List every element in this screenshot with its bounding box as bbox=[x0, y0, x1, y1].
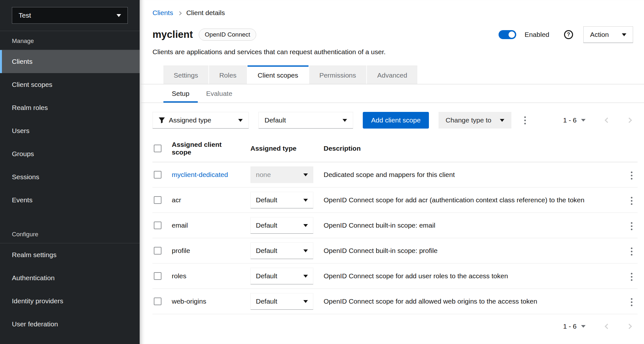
realm-selector[interactable]: Test bbox=[12, 7, 128, 24]
assigned-type-value: Default bbox=[256, 298, 277, 305]
sidebar: Test ManageClientsClient scopesRealm rol… bbox=[0, 0, 140, 344]
client-scopes-table: Assigned client scope Assigned type Desc… bbox=[152, 135, 638, 314]
row-kebab-button[interactable] bbox=[628, 244, 636, 259]
nav-section-label: Manage bbox=[0, 31, 140, 50]
select-all-checkbox[interactable] bbox=[154, 145, 161, 152]
assigned-type-dropdown[interactable]: Default bbox=[250, 293, 313, 310]
scope-description: OpenID Connect built-in scope: email bbox=[324, 222, 435, 229]
table-header-row: Assigned client scope Assigned type Desc… bbox=[152, 135, 638, 162]
assigned-type-dropdown[interactable]: Default bbox=[250, 242, 313, 259]
filter-value-dropdown[interactable]: Default bbox=[258, 112, 353, 129]
row-checkbox[interactable] bbox=[154, 247, 161, 255]
table-row: myclient-dedicatednoneDedicated scope an… bbox=[152, 162, 638, 188]
sidebar-item-events[interactable]: Events bbox=[0, 189, 140, 212]
table-row: profileDefaultOpenID Connect built-in sc… bbox=[152, 238, 638, 264]
breadcrumb-link-clients[interactable]: Clients bbox=[152, 9, 173, 17]
row-kebab-button[interactable] bbox=[628, 295, 636, 309]
sidebar-item-identity-providers[interactable]: Identity providers bbox=[0, 289, 140, 313]
sidebar-item-sessions[interactable]: Sessions bbox=[0, 165, 140, 189]
scope-description: Dedicated scope and mappers for this cli… bbox=[324, 171, 455, 178]
sidebar-item-clients[interactable]: Clients bbox=[0, 50, 140, 73]
tab-roles[interactable]: Roles bbox=[209, 65, 247, 84]
pagination-range: 1 - 6 bbox=[563, 116, 577, 124]
sidebar-item-label: Events bbox=[12, 196, 32, 204]
sidebar-item-groups[interactable]: Groups bbox=[0, 142, 140, 165]
tab-settings[interactable]: Settings bbox=[163, 65, 208, 84]
caret-down-icon bbox=[622, 33, 626, 36]
action-dropdown[interactable]: Action bbox=[583, 26, 633, 43]
angle-right-icon bbox=[627, 118, 632, 123]
sidebar-item-realm-roles[interactable]: Realm roles bbox=[0, 96, 140, 119]
sidebar-item-realm-settings[interactable]: Realm settings bbox=[0, 243, 140, 266]
caret-down-icon bbox=[303, 275, 308, 278]
column-header-assigned-client-scope: Assigned client scope bbox=[167, 135, 245, 162]
page-description: Clients are applications and services th… bbox=[152, 48, 638, 56]
caret-down-icon bbox=[500, 119, 504, 122]
pagination-next-button[interactable] bbox=[625, 116, 633, 124]
pagination-bottom: 1 - 6 bbox=[152, 314, 638, 330]
assigned-type-value: Default bbox=[256, 196, 277, 204]
scope-name-link[interactable]: myclient-dedicated bbox=[172, 171, 228, 178]
sidebar-item-label: Clients bbox=[12, 58, 32, 65]
row-kebab-button[interactable] bbox=[628, 270, 636, 284]
column-header-description: Description bbox=[318, 135, 619, 162]
enabled-toggle[interactable] bbox=[499, 30, 516, 39]
sidebar-item-label: Realm settings bbox=[12, 251, 57, 259]
sidebar-item-label: Sessions bbox=[12, 173, 39, 181]
subtab-bar: SetupEvaluate bbox=[140, 84, 644, 103]
sidebar-item-label: Realm roles bbox=[12, 104, 48, 112]
table-row: web-originsDefaultOpenID Connect scope f… bbox=[152, 289, 638, 314]
nav-section-manage: ManageClientsClient scopesRealm rolesUse… bbox=[0, 31, 140, 212]
row-checkbox[interactable] bbox=[154, 171, 161, 179]
caret-down-icon bbox=[117, 14, 121, 17]
filter-type-dropdown[interactable]: Assigned type bbox=[152, 112, 249, 129]
caret-down-icon[interactable] bbox=[581, 119, 586, 122]
nav-section-label: Configure bbox=[0, 224, 140, 243]
sidebar-item-client-scopes[interactable]: Client scopes bbox=[0, 73, 140, 96]
pagination-next-button[interactable] bbox=[625, 323, 633, 330]
scope-description: OpenID Connect scope for add allowed web… bbox=[324, 298, 537, 305]
filter-type-label: Assigned type bbox=[169, 116, 238, 124]
sidebar-item-user-federation[interactable]: User federation bbox=[0, 313, 140, 336]
caret-down-icon bbox=[303, 224, 308, 227]
sidebar-item-label: Authentication bbox=[12, 274, 55, 282]
row-kebab-button[interactable] bbox=[628, 219, 636, 233]
assigned-type-value: Default bbox=[256, 272, 277, 280]
assigned-type-dropdown[interactable]: none bbox=[250, 166, 313, 183]
action-dropdown-label: Action bbox=[590, 31, 609, 38]
row-checkbox[interactable] bbox=[154, 298, 161, 305]
row-checkbox[interactable] bbox=[154, 222, 161, 229]
help-icon[interactable]: ? bbox=[564, 30, 573, 39]
sidebar-item-label: Users bbox=[12, 127, 30, 135]
angle-left-icon bbox=[605, 324, 610, 329]
row-checkbox[interactable] bbox=[154, 272, 161, 280]
row-kebab-button[interactable] bbox=[628, 194, 636, 208]
add-client-scope-button[interactable]: Add client scope bbox=[363, 112, 429, 129]
pagination-top: 1 - 6 bbox=[563, 116, 633, 124]
tab-advanced[interactable]: Advanced bbox=[367, 65, 417, 84]
row-kebab-button[interactable] bbox=[628, 168, 636, 183]
assigned-type-dropdown[interactable]: Default bbox=[250, 217, 313, 234]
row-checkbox[interactable] bbox=[154, 196, 161, 204]
breadcrumb-current: Client details bbox=[186, 9, 225, 17]
caret-down-icon bbox=[238, 119, 243, 122]
assigned-type-dropdown[interactable]: Default bbox=[250, 192, 313, 208]
toolbar-kebab-button[interactable] bbox=[521, 113, 529, 128]
sidebar-item-users[interactable]: Users bbox=[0, 119, 140, 142]
protocol-badge: OpenID Connect bbox=[199, 29, 257, 41]
tab-evaluate[interactable]: Evaluate bbox=[198, 84, 241, 103]
sidebar-item-authentication[interactable]: Authentication bbox=[0, 266, 140, 289]
pagination-prev-button[interactable] bbox=[604, 323, 611, 330]
caret-down-icon[interactable] bbox=[581, 325, 586, 328]
breadcrumb: Clients Client details bbox=[152, 9, 638, 17]
tab-setup[interactable]: Setup bbox=[163, 84, 198, 103]
change-type-dropdown[interactable]: Change type to bbox=[439, 112, 511, 129]
scope-description: OpenID Connect scope for add user roles … bbox=[324, 272, 508, 280]
caret-down-icon bbox=[343, 119, 347, 122]
tab-permissions[interactable]: Permissions bbox=[309, 65, 366, 84]
tab-client-scopes[interactable]: Client scopes bbox=[248, 65, 309, 84]
pagination-prev-button[interactable] bbox=[604, 116, 611, 124]
assigned-type-dropdown[interactable]: Default bbox=[250, 268, 313, 284]
scope-name: email bbox=[172, 222, 188, 229]
assigned-type-value: Default bbox=[256, 247, 277, 255]
